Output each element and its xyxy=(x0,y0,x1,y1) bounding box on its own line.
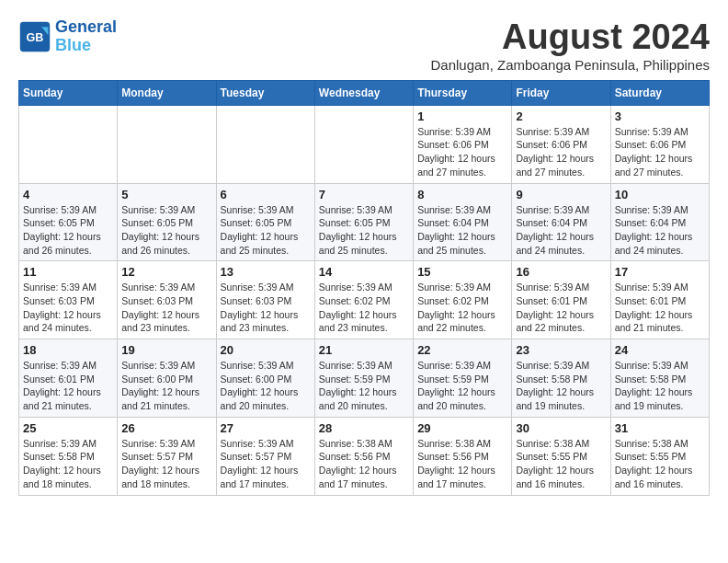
calendar-day-cell: 22Sunrise: 5:39 AMSunset: 5:59 PMDayligh… xyxy=(414,339,512,418)
calendar-day-cell: 28Sunrise: 5:38 AMSunset: 5:56 PMDayligh… xyxy=(314,417,413,495)
day-number: 4 xyxy=(23,188,113,201)
calendar-header: SundayMondayTuesdayWednesdayThursdayFrid… xyxy=(19,80,710,105)
calendar-week-row: 18Sunrise: 5:39 AMSunset: 6:01 PMDayligh… xyxy=(19,339,710,418)
day-info: Sunrise: 5:39 AMSunset: 5:58 PMDaylight:… xyxy=(23,437,113,491)
day-number: 8 xyxy=(417,188,507,201)
calendar-day-cell: 12Sunrise: 5:39 AMSunset: 6:03 PMDayligh… xyxy=(118,261,216,339)
day-info: Sunrise: 5:39 AMSunset: 6:05 PMDaylight:… xyxy=(23,203,113,258)
day-of-week-header: Thursday xyxy=(414,80,512,105)
day-of-week-header: Tuesday xyxy=(216,80,314,105)
day-number: 3 xyxy=(615,109,705,123)
calendar-day-cell: 14Sunrise: 5:39 AMSunset: 6:02 PMDayligh… xyxy=(314,261,413,339)
calendar-day-cell: 8Sunrise: 5:39 AMSunset: 6:04 PMDaylight… xyxy=(414,183,512,261)
page-header: GB General Blue August 2024 Danlugan, Za… xyxy=(18,18,710,73)
day-info: Sunrise: 5:39 AMSunset: 6:00 PMDaylight:… xyxy=(121,359,211,413)
main-title: August 2024 xyxy=(430,18,710,57)
day-number: 12 xyxy=(121,265,211,279)
day-info: Sunrise: 5:39 AMSunset: 6:00 PMDaylight:… xyxy=(221,359,311,413)
calendar-day-cell: 1Sunrise: 5:39 AMSunset: 6:06 PMDaylight… xyxy=(414,105,512,183)
day-of-week-header: Saturday xyxy=(610,80,709,105)
day-info: Sunrise: 5:39 AMSunset: 6:03 PMDaylight:… xyxy=(23,281,113,335)
logo-blue: Blue xyxy=(55,36,91,54)
calendar-week-row: 25Sunrise: 5:39 AMSunset: 5:58 PMDayligh… xyxy=(19,417,710,495)
day-number: 10 xyxy=(615,188,705,201)
calendar-day-cell: 13Sunrise: 5:39 AMSunset: 6:03 PMDayligh… xyxy=(216,261,314,339)
calendar-day-cell: 18Sunrise: 5:39 AMSunset: 6:01 PMDayligh… xyxy=(19,339,118,418)
day-number: 24 xyxy=(615,343,705,357)
calendar-day-cell: 31Sunrise: 5:38 AMSunset: 5:55 PMDayligh… xyxy=(610,417,709,495)
calendar-day-cell: 19Sunrise: 5:39 AMSunset: 6:00 PMDayligh… xyxy=(118,339,216,418)
day-number: 16 xyxy=(516,265,606,279)
day-number: 5 xyxy=(121,188,211,201)
day-number: 2 xyxy=(516,109,606,123)
day-info: Sunrise: 5:39 AMSunset: 6:06 PMDaylight:… xyxy=(516,125,606,179)
calendar-day-cell: 3Sunrise: 5:39 AMSunset: 6:06 PMDaylight… xyxy=(610,105,709,183)
day-info: Sunrise: 5:39 AMSunset: 6:02 PMDaylight:… xyxy=(417,281,507,335)
day-info: Sunrise: 5:39 AMSunset: 6:05 PMDaylight:… xyxy=(221,203,311,258)
calendar-day-cell: 6Sunrise: 5:39 AMSunset: 6:05 PMDaylight… xyxy=(216,183,314,261)
calendar-day-cell xyxy=(314,105,413,183)
day-number: 27 xyxy=(221,421,311,435)
calendar-day-cell: 2Sunrise: 5:39 AMSunset: 6:06 PMDaylight… xyxy=(512,105,610,183)
day-info: Sunrise: 5:39 AMSunset: 5:58 PMDaylight:… xyxy=(615,359,705,413)
calendar-day-cell: 15Sunrise: 5:39 AMSunset: 6:02 PMDayligh… xyxy=(414,261,512,339)
day-number: 11 xyxy=(23,265,113,279)
day-info: Sunrise: 5:39 AMSunset: 6:03 PMDaylight:… xyxy=(221,281,311,335)
day-info: Sunrise: 5:39 AMSunset: 6:05 PMDaylight:… xyxy=(319,203,409,258)
calendar-day-cell xyxy=(19,105,118,183)
day-info: Sunrise: 5:39 AMSunset: 6:03 PMDaylight:… xyxy=(121,281,211,335)
day-number: 19 xyxy=(121,343,211,357)
day-info: Sunrise: 5:39 AMSunset: 5:59 PMDaylight:… xyxy=(319,359,409,413)
calendar-day-cell: 17Sunrise: 5:39 AMSunset: 6:01 PMDayligh… xyxy=(610,261,709,339)
calendar-table: SundayMondayTuesdayWednesdayThursdayFrid… xyxy=(18,80,710,496)
subtitle: Danlugan, Zamboanga Peninsula, Philippin… xyxy=(430,57,710,73)
day-info: Sunrise: 5:39 AMSunset: 5:57 PMDaylight:… xyxy=(221,437,311,491)
day-info: Sunrise: 5:39 AMSunset: 6:06 PMDaylight:… xyxy=(417,125,507,179)
day-info: Sunrise: 5:39 AMSunset: 6:01 PMDaylight:… xyxy=(516,281,606,335)
day-info: Sunrise: 5:39 AMSunset: 5:59 PMDaylight:… xyxy=(417,359,507,413)
day-number: 29 xyxy=(417,421,507,435)
logo-icon: GB xyxy=(18,20,51,53)
day-number: 18 xyxy=(23,343,113,357)
calendar-day-cell: 7Sunrise: 5:39 AMSunset: 6:05 PMDaylight… xyxy=(314,183,413,261)
calendar-day-cell: 9Sunrise: 5:39 AMSunset: 6:04 PMDaylight… xyxy=(512,183,610,261)
calendar-day-cell: 26Sunrise: 5:39 AMSunset: 5:57 PMDayligh… xyxy=(118,417,216,495)
day-of-week-header: Sunday xyxy=(19,80,118,105)
calendar-week-row: 11Sunrise: 5:39 AMSunset: 6:03 PMDayligh… xyxy=(19,261,710,339)
calendar-day-cell: 24Sunrise: 5:39 AMSunset: 5:58 PMDayligh… xyxy=(610,339,709,418)
day-number: 21 xyxy=(319,343,409,357)
calendar-day-cell: 10Sunrise: 5:39 AMSunset: 6:04 PMDayligh… xyxy=(610,183,709,261)
day-info: Sunrise: 5:38 AMSunset: 5:56 PMDaylight:… xyxy=(319,437,409,491)
calendar-day-cell: 25Sunrise: 5:39 AMSunset: 5:58 PMDayligh… xyxy=(19,417,118,495)
calendar-day-cell: 20Sunrise: 5:39 AMSunset: 6:00 PMDayligh… xyxy=(216,339,314,418)
day-number: 23 xyxy=(516,343,606,357)
calendar-day-cell: 21Sunrise: 5:39 AMSunset: 5:59 PMDayligh… xyxy=(314,339,413,418)
day-number: 31 xyxy=(615,421,705,435)
title-block: August 2024 Danlugan, Zamboanga Peninsul… xyxy=(430,18,710,73)
day-info: Sunrise: 5:38 AMSunset: 5:55 PMDaylight:… xyxy=(615,437,705,491)
day-number: 14 xyxy=(319,265,409,279)
logo: GB General Blue xyxy=(18,18,117,55)
day-info: Sunrise: 5:39 AMSunset: 6:05 PMDaylight:… xyxy=(121,203,211,258)
calendar-day-cell: 27Sunrise: 5:39 AMSunset: 5:57 PMDayligh… xyxy=(216,417,314,495)
calendar-day-cell xyxy=(118,105,216,183)
day-info: Sunrise: 5:39 AMSunset: 5:57 PMDaylight:… xyxy=(121,437,211,491)
day-info: Sunrise: 5:39 AMSunset: 5:58 PMDaylight:… xyxy=(516,359,606,413)
day-info: Sunrise: 5:39 AMSunset: 6:04 PMDaylight:… xyxy=(516,203,606,258)
svg-text:GB: GB xyxy=(27,31,44,44)
calendar-day-cell: 16Sunrise: 5:39 AMSunset: 6:01 PMDayligh… xyxy=(512,261,610,339)
day-number: 13 xyxy=(221,265,311,279)
day-number: 30 xyxy=(516,421,606,435)
day-info: Sunrise: 5:39 AMSunset: 6:06 PMDaylight:… xyxy=(615,125,705,179)
day-number: 22 xyxy=(417,343,507,357)
calendar-day-cell: 29Sunrise: 5:38 AMSunset: 5:56 PMDayligh… xyxy=(414,417,512,495)
calendar-day-cell: 5Sunrise: 5:39 AMSunset: 6:05 PMDaylight… xyxy=(118,183,216,261)
day-number: 6 xyxy=(221,188,311,201)
day-number: 15 xyxy=(417,265,507,279)
day-info: Sunrise: 5:38 AMSunset: 5:56 PMDaylight:… xyxy=(417,437,507,491)
day-number: 28 xyxy=(319,421,409,435)
day-number: 20 xyxy=(221,343,311,357)
day-number: 7 xyxy=(319,188,409,201)
day-info: Sunrise: 5:38 AMSunset: 5:55 PMDaylight:… xyxy=(516,437,606,491)
calendar-day-cell xyxy=(216,105,314,183)
